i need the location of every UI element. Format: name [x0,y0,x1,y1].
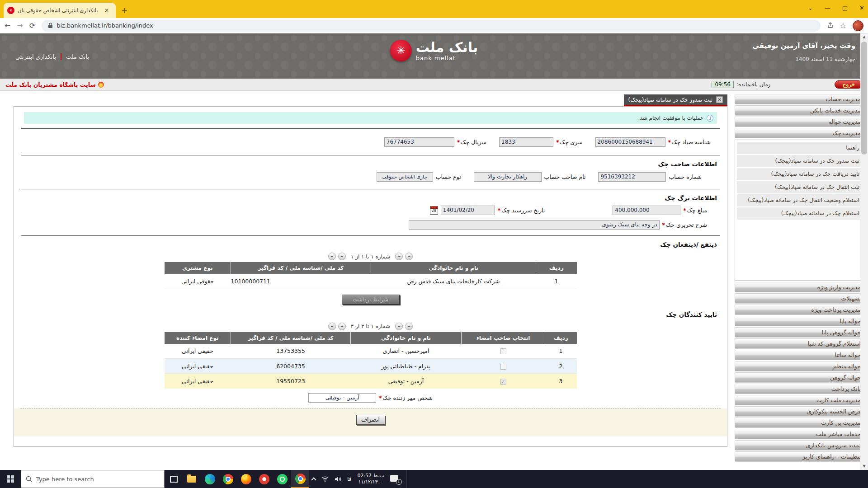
calendar-icon[interactable]: 28 [430,206,438,215]
cancel-button[interactable]: انصراف [356,415,385,425]
amount-input[interactable] [613,206,680,215]
account-no-input[interactable] [598,172,666,182]
sidebar-item[interactable]: مدیریت حواله [735,117,866,127]
taskbar-search[interactable]: Type here to search [21,470,165,488]
tray-expand-icon[interactable] [311,477,316,482]
url-bar[interactable]: biz.bankmellat.ir/bbanking/index [42,20,820,32]
signer-checkbox[interactable] [500,348,506,354]
sidebar-submenu-item[interactable]: ثبت صدور چک در سامانه صیاد(پیچک) [737,155,863,167]
edge-icon [205,474,215,484]
scrollbar-thumb[interactable] [861,42,867,155]
whatsapp-icon [277,474,288,484]
sidebar-item[interactable]: حواله گروهی پایا [735,327,866,338]
next-page-button[interactable]: ► [338,253,346,260]
sidebar-item[interactable]: حواله ساتنا [735,350,866,360]
approvers-table: ردیفانتخاب صاحب امضاءنام و نام خانوادگیک… [165,332,577,389]
club-site-link[interactable]: سایت باشگاه مشتریان بانک ملت [5,81,96,88]
last-page-button[interactable]: ► [328,323,336,330]
taskbar-clock[interactable]: 02:57 ب.ظ ۱۱/۱۲/۱۴۰۰ [357,473,384,485]
series-input[interactable] [499,137,553,147]
sidebar-item[interactable]: حواله پایا [735,316,866,326]
sidebar-item[interactable]: مدیریت حساب [735,94,866,104]
taskbar: Type here to search فا 02:57 ب.ظ ۱۱/۱۲/۱… [0,470,868,488]
page-tab-close-icon[interactable]: × [716,96,723,103]
table-row-selected: 3 آرمین - توفیقی 19550723 حقیقی ایرانی [165,374,577,389]
wifi-icon[interactable] [321,476,329,482]
sidebar-item[interactable]: مدیریت واریز ویژه [735,282,866,292]
task-view-button[interactable] [165,470,183,488]
prev-page-button[interactable]: ◄ [395,323,403,330]
refresh-button[interactable]: ⟳ [29,21,35,30]
amount-label: مبلغ چک [687,207,707,214]
signer-type: حقیقی ایرانی [165,374,231,389]
tab-close-icon[interactable]: ✕ [104,7,109,14]
logout-button[interactable]: خروج [835,80,863,89]
sidebar-item[interactable]: مدیریت ملت کارت [735,395,866,405]
sidebar-item[interactable]: تسهیلات [735,293,866,304]
first-page-button[interactable]: ◄ [405,323,413,330]
edge-button[interactable] [201,470,219,488]
brand-secondary[interactable]: بانکداری اینترنتی [15,53,56,60]
forward-button[interactable]: → [17,21,23,30]
brand-divider [61,53,61,60]
scroll-down-icon[interactable]: ▼ [860,463,868,470]
sidebar-item[interactable]: استعلام گروهی کد شبا [735,338,866,349]
sidebar-item[interactable]: قرض الحسنه نیکوکاری [735,406,866,417]
first-page-button[interactable]: ◄ [405,253,413,260]
sidebar-item[interactable]: حواله گروهی [735,372,866,383]
next-page-button[interactable]: ► [338,323,346,330]
sidebar-item[interactable]: مدیریت بن کارت [735,418,866,428]
signer-checkbox[interactable] [500,364,506,370]
back-button[interactable]: ← [5,21,10,30]
show-desktop-button[interactable] [406,470,408,488]
browser-tab[interactable]: ✳ بانکداری اینترنتی اشخاص حقوقی بان ✕ [4,3,116,18]
sidebar-item[interactable]: بانک پرداخت [735,384,866,394]
serial-input[interactable] [384,137,454,147]
chrome-active-button[interactable] [291,470,309,488]
sidebar-item[interactable]: خدمات مباشر ملت [735,429,866,439]
action-center-button[interactable]: 1 [390,475,400,483]
sidebar-submenu-item[interactable]: راهنما [737,142,863,154]
brand-primary[interactable]: بانک ملت [66,53,89,60]
chrome-button[interactable] [219,470,237,488]
window-close-button[interactable]: ✕ [859,5,864,11]
vertical-scrollbar[interactable]: ▲ ▼ [860,33,868,470]
sidebar-submenu-item[interactable]: استعلام وضعیت انتقال چک در سامانه صیاد(پ… [737,194,863,206]
sidebar-item[interactable]: مدیریت پرداخت ویژه [735,305,866,315]
start-button[interactable] [0,470,21,488]
window-minimize-button[interactable]: — [825,5,830,11]
share-icon[interactable] [827,22,834,29]
media-app-button[interactable] [255,470,273,488]
last-page-button[interactable]: ► [328,253,336,260]
tab-search-icon[interactable]: ⌄ [808,5,813,11]
sidebar-item[interactable]: تمدید سرویس بانکداری [735,440,866,450]
language-indicator[interactable]: فا [347,476,351,482]
profile-avatar[interactable] [853,20,863,31]
sidebar-submenu-item[interactable]: ثبت انتقال چک در سامانه صیاد(پیچک) [737,181,863,193]
sidebar-item[interactable]: مدیریت خدمات بانکی [735,105,866,116]
whatsapp-button[interactable] [273,470,291,488]
signer-checkbox-checked[interactable] [500,379,506,385]
required-mark: * [668,139,671,145]
sidebar-item[interactable]: حواله منظم [735,361,866,371]
window-maximize-button[interactable]: ▢ [842,5,848,11]
bookmark-star-icon[interactable]: ☆ [840,21,846,30]
new-tab-button[interactable]: + [118,5,130,16]
prev-page-button[interactable]: ◄ [395,253,403,260]
volume-icon[interactable] [335,476,341,482]
stamper-input[interactable] [308,393,376,403]
account-type-input[interactable] [377,172,433,182]
file-explorer-button[interactable] [183,470,201,488]
firefox-button[interactable] [237,470,255,488]
due-date-input[interactable] [441,206,495,215]
sidebar-submenu-item[interactable]: استعلام چک در سامانه صیاد(پیچک) [737,207,863,220]
sidebar-item[interactable]: تنظیمات – راهنمای کاربر [735,451,866,462]
description-input[interactable] [409,220,660,230]
required-mark: * [683,207,686,214]
page-tab[interactable]: × ثبت صدور چک در سامانه صیاد(پیچک) [624,94,727,106]
sayad-id-input[interactable] [595,137,665,147]
sidebar-submenu-item[interactable]: تایید دریافت چک در سامانه صیاد(پیچک) [737,168,863,180]
owner-name-input[interactable] [474,172,542,182]
scroll-up-icon[interactable]: ▲ [860,33,868,41]
sidebar-item[interactable]: مدیریت چک [735,128,866,138]
